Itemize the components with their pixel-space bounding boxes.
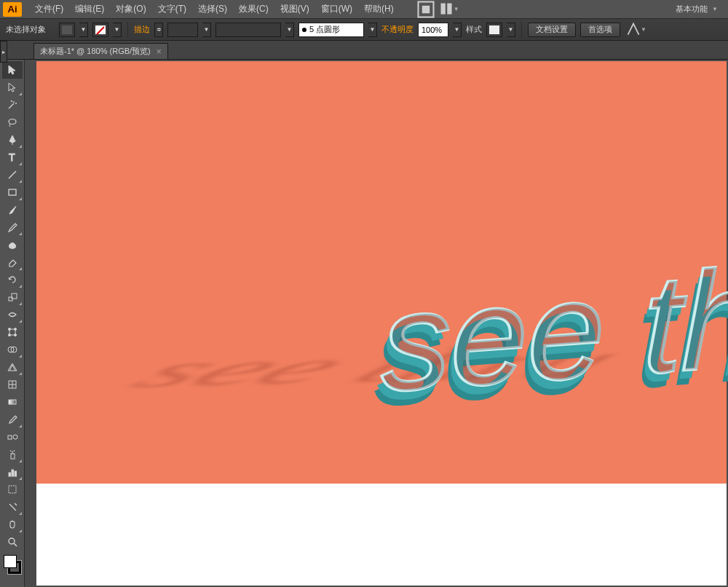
svg-rect-27 [9,486,16,493]
stroke-weight-stepper[interactable]: ≑ [154,23,163,37]
perspective-grid-tool[interactable] [2,358,23,376]
stroke-weight-input[interactable] [167,23,198,37]
svg-point-12 [14,328,16,331]
pen-tool[interactable] [2,131,23,149]
selection-status: 未选择对象 [6,24,46,35]
selection-tool[interactable] [2,61,23,79]
opacity-label[interactable]: 不透明度 [381,24,414,35]
svg-point-13 [8,334,10,336]
eyedropper-tool[interactable] [2,411,23,428]
menu-bar: Ai 文件(F) 编辑(E) 对象(O) 文字(T) 选择(S) 效果(C) 视… [0,0,728,19]
svg-rect-2 [440,4,445,15]
magic-wand-tool[interactable] [2,96,23,114]
tools-panel: T [0,60,25,587]
type-tool[interactable]: T [2,149,23,166]
direct-selection-tool[interactable] [2,79,23,96]
column-graph-tool[interactable] [2,463,23,481]
svg-rect-1 [422,5,430,13]
svg-point-28 [9,538,15,544]
app-logo: Ai [3,2,22,17]
svg-rect-26 [15,471,17,476]
opacity-dropdown[interactable]: ▼ [453,23,462,37]
menu-window[interactable]: 窗口(W) [315,3,358,15]
transform-panel-icon[interactable]: ▼ [626,22,646,38]
lasso-tool[interactable] [2,114,23,131]
control-bar: 未选择对象 ▼ ▼ 描边 ≑ ▼ ▼ 5 点圆形▼ 不透明度 100%▼ 样式 … [0,19,728,41]
stroke-weight-dropdown[interactable]: ▼ [202,23,211,37]
document-setup-button[interactable]: 文档设置 [528,23,576,37]
blob-brush-tool[interactable] [2,236,23,253]
preferences-button[interactable]: 首选项 [580,23,620,37]
svg-rect-7 [9,189,16,195]
fill-indicator[interactable] [4,555,17,568]
fill-dropdown[interactable]: ▼ [79,23,88,37]
brush-name: 5 点圆形 [309,24,340,35]
canvas-area[interactable]: see thru see thru see thru see thru see … [25,60,728,587]
menu-edit[interactable]: 编辑(E) [69,3,110,15]
menu-object[interactable]: 对象(O) [110,3,151,15]
bridge-icon[interactable] [416,1,436,17]
menu-type[interactable]: 文字(T) [152,3,192,15]
zoom-tool[interactable] [2,533,23,551]
eraser-tool[interactable] [2,253,23,271]
gradient-tool[interactable] [2,393,23,411]
mesh-tool[interactable] [2,376,23,393]
svg-rect-21 [8,436,12,439]
style-swatch[interactable] [486,23,502,37]
stroke-label[interactable]: 描边 [134,24,150,35]
paintbrush-tool[interactable] [2,201,23,218]
menu-file[interactable]: 文件(F) [29,3,69,15]
style-label: 样式 [466,24,482,35]
style-dropdown[interactable]: ▼ [507,23,515,37]
close-tab-icon[interactable]: × [157,47,162,57]
pasteboard[interactable] [36,484,727,586]
stroke-dropdown[interactable]: ▼ [113,23,122,37]
workspace-switcher[interactable]: 基本功能▼ [668,4,725,15]
fill-stroke-indicator[interactable] [2,553,23,575]
line-tool[interactable] [2,166,23,184]
panel-toggle-left[interactable]: ▸ [0,41,7,63]
rectangle-tool[interactable] [2,184,23,201]
profile-select[interactable] [215,23,281,37]
shape-builder-tool[interactable] [2,341,23,358]
fill-swatch[interactable] [59,23,75,37]
hand-tool[interactable] [2,516,23,533]
blend-tool[interactable] [2,428,23,446]
svg-rect-25 [12,470,14,476]
menu-effect[interactable]: 效果(C) [233,3,274,15]
artboard[interactable]: see thru see thru see thru see thru see … [36,61,727,484]
slice-tool[interactable] [2,498,23,516]
free-transform-tool[interactable] [2,323,23,341]
brush-dropdown[interactable]: ▼ [368,23,377,37]
svg-rect-24 [9,473,11,476]
menu-help[interactable]: 帮助(H) [358,3,400,15]
menu-view[interactable]: 视图(V) [274,3,315,15]
profile-dropdown[interactable]: ▼ [285,23,294,37]
svg-line-6 [9,171,16,178]
pencil-tool[interactable] [2,218,23,236]
svg-line-29 [14,543,17,546]
brush-select[interactable]: 5 点圆形 [298,23,364,37]
arrange-icon[interactable]: ▼ [439,1,459,17]
scale-tool[interactable] [2,288,23,306]
document-tab-bar: 未标题-1* @ 180% (RGB/预览) × [0,41,728,60]
symbol-sprayer-tool[interactable] [2,446,23,463]
document-tab-title: 未标题-1* @ 180% (RGB/预览) [40,46,151,57]
stroke-swatch[interactable] [92,23,108,37]
svg-point-14 [14,334,16,336]
artboard-tool[interactable] [2,481,23,498]
svg-point-22 [13,435,17,439]
workspace-label: 基本功能 [676,4,708,15]
rotate-tool[interactable] [2,271,23,288]
svg-rect-3 [447,4,451,15]
opacity-input[interactable]: 100% [418,23,448,37]
width-tool[interactable] [2,306,23,323]
artwork-shadow: see thru [110,332,652,398]
menu-select[interactable]: 选择(S) [192,3,233,15]
svg-rect-23 [11,454,15,459]
svg-text:T: T [9,151,15,163]
svg-point-4 [9,119,16,125]
document-tab[interactable]: 未标题-1* @ 180% (RGB/预览) × [33,43,168,59]
svg-point-11 [8,328,10,331]
svg-rect-20 [9,400,16,404]
